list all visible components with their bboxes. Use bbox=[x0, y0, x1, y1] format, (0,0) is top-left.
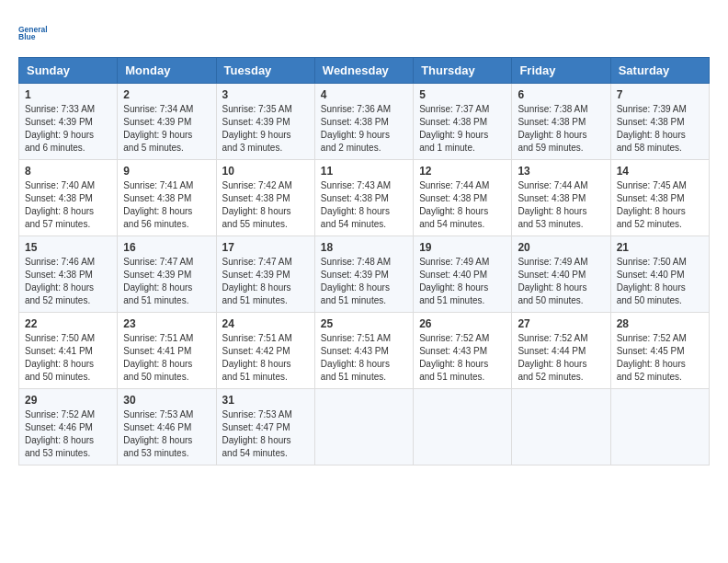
calendar-day-cell bbox=[610, 389, 709, 465]
day-info: Sunrise: 7:39 AMSunset: 4:38 PMDaylight:… bbox=[617, 104, 687, 153]
calendar-day-cell: 15Sunrise: 7:46 AMSunset: 4:38 PMDayligh… bbox=[19, 236, 118, 313]
calendar-day-cell: 6Sunrise: 7:38 AMSunset: 4:38 PMDaylight… bbox=[512, 84, 610, 160]
calendar-day-cell: 11Sunrise: 7:43 AMSunset: 4:38 PMDayligh… bbox=[314, 160, 413, 236]
day-number: 17 bbox=[222, 241, 309, 254]
calendar-day-cell: 31Sunrise: 7:53 AMSunset: 4:47 PMDayligh… bbox=[216, 389, 314, 465]
calendar-day-cell: 9Sunrise: 7:41 AMSunset: 4:38 PMDaylight… bbox=[118, 160, 216, 236]
logo: GeneralBlue bbox=[18, 18, 48, 48]
day-number: 31 bbox=[222, 394, 309, 407]
day-info: Sunrise: 7:41 AMSunset: 4:38 PMDaylight:… bbox=[123, 180, 193, 229]
day-info: Sunrise: 7:48 AMSunset: 4:39 PMDaylight:… bbox=[321, 257, 391, 305]
day-number: 18 bbox=[321, 241, 407, 254]
day-info: Sunrise: 7:40 AMSunset: 4:38 PMDaylight:… bbox=[25, 180, 95, 229]
calendar-day-cell: 8Sunrise: 7:40 AMSunset: 4:38 PMDaylight… bbox=[19, 160, 118, 236]
day-info: Sunrise: 7:43 AMSunset: 4:38 PMDaylight:… bbox=[321, 180, 391, 229]
calendar-day-cell: 5Sunrise: 7:37 AMSunset: 4:38 PMDaylight… bbox=[414, 84, 512, 160]
calendar-day-cell: 21Sunrise: 7:50 AMSunset: 4:40 PMDayligh… bbox=[610, 236, 709, 313]
day-info: Sunrise: 7:47 AMSunset: 4:39 PMDaylight:… bbox=[123, 257, 193, 305]
day-number: 23 bbox=[123, 317, 210, 330]
day-number: 14 bbox=[617, 165, 703, 178]
day-info: Sunrise: 7:46 AMSunset: 4:38 PMDaylight:… bbox=[25, 257, 95, 305]
day-info: Sunrise: 7:51 AMSunset: 4:42 PMDaylight:… bbox=[222, 333, 292, 382]
day-info: Sunrise: 7:44 AMSunset: 4:38 PMDaylight:… bbox=[419, 180, 489, 229]
calendar-day-cell: 14Sunrise: 7:45 AMSunset: 4:38 PMDayligh… bbox=[610, 160, 709, 236]
day-info: Sunrise: 7:33 AMSunset: 4:39 PMDaylight:… bbox=[25, 104, 95, 153]
day-info: Sunrise: 7:38 AMSunset: 4:38 PMDaylight:… bbox=[518, 104, 587, 153]
day-number: 21 bbox=[617, 241, 703, 254]
calendar-day-cell: 4Sunrise: 7:36 AMSunset: 4:38 PMDaylight… bbox=[314, 84, 413, 160]
day-number: 1 bbox=[25, 88, 111, 101]
day-info: Sunrise: 7:49 AMSunset: 4:40 PMDaylight:… bbox=[518, 257, 587, 305]
day-info: Sunrise: 7:44 AMSunset: 4:38 PMDaylight:… bbox=[518, 180, 587, 229]
day-of-week-header: Saturday bbox=[610, 58, 709, 84]
day-of-week-header: Tuesday bbox=[216, 58, 314, 84]
day-number: 24 bbox=[222, 317, 309, 330]
day-number: 20 bbox=[518, 241, 604, 254]
page-header: GeneralBlue bbox=[18, 18, 710, 48]
day-number: 7 bbox=[617, 88, 703, 101]
day-of-week-header: Friday bbox=[512, 58, 610, 84]
day-info: Sunrise: 7:52 AMSunset: 4:46 PMDaylight:… bbox=[25, 409, 95, 458]
calendar-day-cell: 1Sunrise: 7:33 AMSunset: 4:39 PMDaylight… bbox=[19, 84, 118, 160]
day-number: 8 bbox=[25, 165, 111, 178]
day-number: 28 bbox=[617, 317, 703, 330]
day-number: 3 bbox=[222, 88, 309, 101]
day-number: 22 bbox=[25, 317, 111, 330]
calendar-day-cell bbox=[512, 389, 610, 465]
day-number: 29 bbox=[25, 394, 111, 407]
day-info: Sunrise: 7:50 AMSunset: 4:41 PMDaylight:… bbox=[25, 333, 95, 382]
calendar-day-cell: 17Sunrise: 7:47 AMSunset: 4:39 PMDayligh… bbox=[216, 236, 314, 313]
day-info: Sunrise: 7:34 AMSunset: 4:39 PMDaylight:… bbox=[123, 104, 193, 153]
calendar-day-cell: 18Sunrise: 7:48 AMSunset: 4:39 PMDayligh… bbox=[314, 236, 413, 313]
day-number: 2 bbox=[123, 88, 210, 101]
calendar-week-row: 15Sunrise: 7:46 AMSunset: 4:38 PMDayligh… bbox=[19, 236, 710, 313]
calendar-day-cell: 12Sunrise: 7:44 AMSunset: 4:38 PMDayligh… bbox=[414, 160, 512, 236]
calendar-day-cell: 28Sunrise: 7:52 AMSunset: 4:45 PMDayligh… bbox=[610, 313, 709, 389]
calendar-day-cell: 10Sunrise: 7:42 AMSunset: 4:38 PMDayligh… bbox=[216, 160, 314, 236]
svg-text:Blue: Blue bbox=[18, 32, 36, 41]
day-info: Sunrise: 7:35 AMSunset: 4:39 PMDaylight:… bbox=[222, 104, 292, 153]
calendar-day-cell: 25Sunrise: 7:51 AMSunset: 4:43 PMDayligh… bbox=[314, 313, 413, 389]
calendar-table: SundayMondayTuesdayWednesdayThursdayFrid… bbox=[18, 57, 710, 465]
day-info: Sunrise: 7:52 AMSunset: 4:44 PMDaylight:… bbox=[518, 333, 587, 382]
calendar-day-cell: 19Sunrise: 7:49 AMSunset: 4:40 PMDayligh… bbox=[414, 236, 512, 313]
day-info: Sunrise: 7:49 AMSunset: 4:40 PMDaylight:… bbox=[419, 257, 489, 305]
calendar-day-cell: 7Sunrise: 7:39 AMSunset: 4:38 PMDaylight… bbox=[610, 84, 709, 160]
day-info: Sunrise: 7:36 AMSunset: 4:38 PMDaylight:… bbox=[321, 104, 391, 153]
day-number: 11 bbox=[321, 165, 407, 178]
calendar-day-cell: 29Sunrise: 7:52 AMSunset: 4:46 PMDayligh… bbox=[19, 389, 118, 465]
day-info: Sunrise: 7:50 AMSunset: 4:40 PMDaylight:… bbox=[617, 257, 687, 305]
day-of-week-header: Monday bbox=[118, 58, 216, 84]
calendar-day-cell: 20Sunrise: 7:49 AMSunset: 4:40 PMDayligh… bbox=[512, 236, 610, 313]
calendar-day-cell bbox=[314, 389, 413, 465]
day-number: 15 bbox=[25, 241, 111, 254]
day-number: 25 bbox=[321, 317, 407, 330]
day-number: 19 bbox=[419, 241, 506, 254]
calendar-day-cell: 23Sunrise: 7:51 AMSunset: 4:41 PMDayligh… bbox=[118, 313, 216, 389]
day-number: 10 bbox=[222, 165, 309, 178]
day-of-week-header: Sunday bbox=[19, 58, 118, 84]
day-info: Sunrise: 7:53 AMSunset: 4:47 PMDaylight:… bbox=[222, 409, 292, 458]
day-number: 4 bbox=[321, 88, 407, 101]
day-number: 16 bbox=[123, 241, 210, 254]
day-number: 30 bbox=[123, 394, 210, 407]
day-info: Sunrise: 7:52 AMSunset: 4:45 PMDaylight:… bbox=[617, 333, 687, 382]
day-info: Sunrise: 7:51 AMSunset: 4:43 PMDaylight:… bbox=[321, 333, 391, 382]
day-info: Sunrise: 7:51 AMSunset: 4:41 PMDaylight:… bbox=[123, 333, 193, 382]
day-number: 12 bbox=[419, 165, 506, 178]
calendar-header-row: SundayMondayTuesdayWednesdayThursdayFrid… bbox=[19, 58, 710, 84]
calendar-week-row: 1Sunrise: 7:33 AMSunset: 4:39 PMDaylight… bbox=[19, 84, 710, 160]
calendar-day-cell: 24Sunrise: 7:51 AMSunset: 4:42 PMDayligh… bbox=[216, 313, 314, 389]
day-info: Sunrise: 7:37 AMSunset: 4:38 PMDaylight:… bbox=[419, 104, 489, 153]
calendar-day-cell: 22Sunrise: 7:50 AMSunset: 4:41 PMDayligh… bbox=[19, 313, 118, 389]
day-number: 26 bbox=[419, 317, 506, 330]
calendar-day-cell bbox=[414, 389, 512, 465]
day-of-week-header: Thursday bbox=[414, 58, 512, 84]
calendar-week-row: 29Sunrise: 7:52 AMSunset: 4:46 PMDayligh… bbox=[19, 389, 710, 465]
day-number: 6 bbox=[518, 88, 604, 101]
day-number: 5 bbox=[419, 88, 506, 101]
day-info: Sunrise: 7:42 AMSunset: 4:38 PMDaylight:… bbox=[222, 180, 292, 229]
calendar-day-cell: 27Sunrise: 7:52 AMSunset: 4:44 PMDayligh… bbox=[512, 313, 610, 389]
day-number: 9 bbox=[123, 165, 210, 178]
calendar-day-cell: 26Sunrise: 7:52 AMSunset: 4:43 PMDayligh… bbox=[414, 313, 512, 389]
